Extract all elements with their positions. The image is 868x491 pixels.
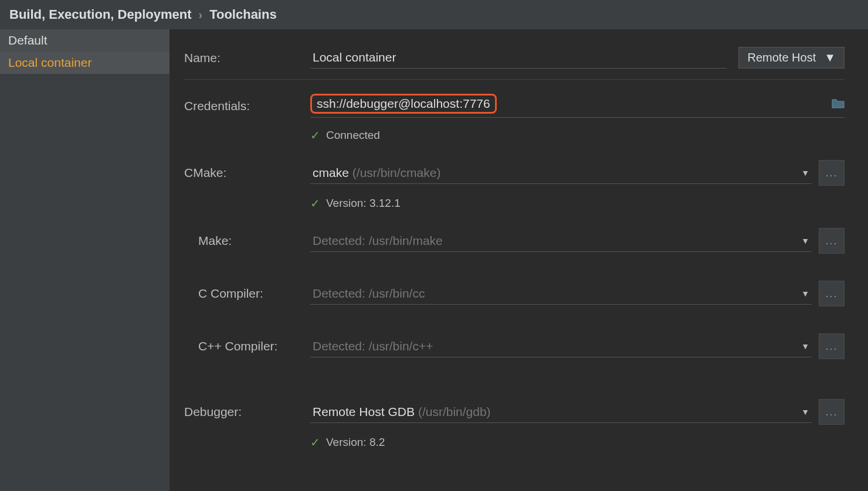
credentials-status: ✓ Connected [310, 128, 845, 142]
breadcrumb-parent[interactable]: Build, Execution, Deployment [9, 7, 191, 22]
debugger-row: Debugger: Remote Host GDB (/usr/bin/gdb)… [184, 399, 845, 425]
chevron-down-icon: ▼ [824, 51, 836, 64]
ellipsis-icon: ... [825, 406, 838, 418]
make-label: Make: [184, 234, 310, 248]
make-placeholder: Detected: /usr/bin/make [313, 234, 443, 248]
credentials-label: Credentials: [184, 99, 310, 113]
debugger-dropdown[interactable]: Remote Host GDB (/usr/bin/gdb) ▼ [310, 401, 812, 423]
cmake-status: ✓ Version: 3.12.1 [310, 196, 845, 210]
sidebar-item-label: Default [8, 33, 48, 47]
breadcrumb: Build, Execution, Deployment › Toolchain… [0, 0, 868, 29]
make-browse-button[interactable]: ... [819, 228, 845, 254]
sidebar-item-local-container[interactable]: Local container [0, 52, 169, 74]
ellipsis-icon: ... [825, 288, 838, 300]
cmake-status-text: Version: 3.12.1 [326, 197, 401, 210]
cmake-label: CMake: [184, 166, 310, 180]
debugger-label: Debugger: [184, 405, 310, 419]
chevron-down-icon: ▼ [801, 168, 809, 178]
c-compiler-label: C Compiler: [184, 287, 310, 301]
chevron-down-icon: ▼ [801, 236, 809, 246]
cpp-compiler-dropdown[interactable]: Detected: /usr/bin/c++ ▼ [310, 336, 812, 357]
cpp-compiler-row: C++ Compiler: Detected: /usr/bin/c++ ▼ .… [184, 333, 845, 359]
c-compiler-browse-button[interactable]: ... [819, 281, 845, 306]
cmake-path: (/usr/bin/cmake) [352, 166, 441, 180]
chevron-right-icon: › [198, 8, 202, 22]
credentials-status-text: Connected [326, 129, 380, 142]
check-icon: ✓ [310, 128, 320, 142]
cpp-compiler-browse-button[interactable]: ... [819, 333, 845, 359]
toolchains-sidebar: Default Local container [0, 29, 170, 491]
cpp-compiler-placeholder: Detected: /usr/bin/c++ [313, 339, 433, 353]
name-input[interactable] [310, 47, 727, 69]
debugger-path: (/usr/bin/gdb) [418, 405, 491, 419]
chevron-down-icon: ▼ [801, 342, 809, 351]
folder-icon[interactable] [832, 98, 845, 109]
credentials-highlight: ssh://debugger@localhost:7776 [310, 94, 497, 114]
c-compiler-row: C Compiler: Detected: /usr/bin/cc ▼ ... [184, 281, 845, 306]
breadcrumb-current: Toolchains [209, 7, 277, 22]
ellipsis-icon: ... [825, 340, 838, 353]
sidebar-item-default[interactable]: Default [0, 29, 169, 52]
cmake-value: cmake [313, 166, 349, 180]
debugger-status-text: Version: 8.2 [326, 436, 385, 449]
toolchain-type-dropdown[interactable]: Remote Host ▼ [738, 47, 845, 69]
check-icon: ✓ [310, 196, 320, 210]
credentials-value: ssh://debugger@localhost:7776 [317, 97, 490, 110]
credentials-field[interactable]: ssh://debugger@localhost:7776 [310, 94, 845, 118]
c-compiler-dropdown[interactable]: Detected: /usr/bin/cc ▼ [310, 283, 812, 305]
make-dropdown[interactable]: Detected: /usr/bin/make ▼ [310, 230, 812, 252]
debugger-status: ✓ Version: 8.2 [310, 435, 845, 449]
ellipsis-icon: ... [825, 167, 838, 179]
ellipsis-icon: ... [825, 235, 838, 247]
credentials-row: Credentials: ssh://debugger@localhost:77… [184, 94, 845, 118]
cpp-compiler-label: C++ Compiler: [184, 339, 310, 353]
main-panel: Name: Remote Host ▼ Credentials: ssh://d… [170, 29, 868, 491]
name-row: Name: Remote Host ▼ [184, 47, 845, 69]
name-label: Name: [184, 51, 310, 65]
toolchain-type-label: Remote Host [747, 51, 816, 64]
debugger-value: Remote Host GDB [313, 405, 415, 419]
cmake-browse-button[interactable]: ... [819, 160, 845, 186]
sidebar-item-label: Local container [8, 56, 91, 69]
chevron-down-icon: ▼ [801, 407, 809, 417]
c-compiler-placeholder: Detected: /usr/bin/cc [313, 287, 425, 301]
chevron-down-icon: ▼ [801, 289, 809, 298]
make-row: Make: Detected: /usr/bin/make ▼ ... [184, 228, 845, 254]
debugger-browse-button[interactable]: ... [819, 399, 845, 425]
cmake-dropdown[interactable]: cmake (/usr/bin/cmake) ▼ [310, 162, 812, 184]
cmake-row: CMake: cmake (/usr/bin/cmake) ▼ ... [184, 160, 845, 186]
check-icon: ✓ [310, 435, 320, 449]
